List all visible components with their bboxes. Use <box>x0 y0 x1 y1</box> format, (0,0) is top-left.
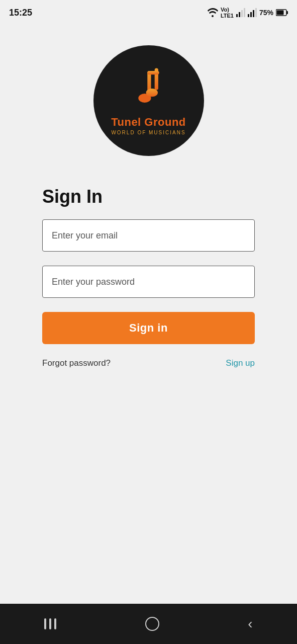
bottom-nav-bar: ‹ <box>0 604 297 644</box>
menu-line-1 <box>44 618 46 629</box>
form-container: Sign In Sign in Forgot password? Sign up <box>0 186 297 368</box>
svg-rect-10 <box>277 11 284 15</box>
status-icons: Vo)LTE1 75% <box>207 7 288 19</box>
status-time: 15:25 <box>9 8 32 18</box>
signal-icon <box>248 8 257 17</box>
svg-rect-13 <box>147 71 159 74</box>
menu-nav-icon[interactable] <box>44 618 56 629</box>
menu-line-3 <box>54 618 56 629</box>
svg-rect-7 <box>255 8 257 17</box>
lte-label: Vo)LTE1 <box>221 7 234 19</box>
svg-rect-6 <box>253 10 254 17</box>
svg-rect-3 <box>244 8 245 17</box>
wifi-icon <box>207 8 218 17</box>
home-nav-icon[interactable] <box>145 617 159 631</box>
main-content: Tunel Ground WORLD OF MUSICIANS Sign In … <box>0 25 297 604</box>
logo-title: Tunel Ground <box>111 116 186 129</box>
password-input[interactable] <box>42 266 255 298</box>
logo-container: Tunel Ground WORLD OF MUSICIANS <box>93 45 204 156</box>
menu-line-2 <box>49 618 51 629</box>
forgot-password-link[interactable]: Forgot password? <box>42 358 111 368</box>
battery-level: 75% <box>259 9 273 17</box>
back-nav-icon[interactable]: ‹ <box>248 617 252 631</box>
svg-rect-0 <box>236 14 238 17</box>
signal-r-icon <box>236 8 245 17</box>
svg-rect-4 <box>248 14 249 17</box>
sign-in-title: Sign In <box>42 186 255 207</box>
status-bar: 15:25 Vo)LTE1 75% <box>0 0 297 25</box>
links-row: Forgot password? Sign up <box>42 358 255 368</box>
music-note-logo <box>126 66 171 112</box>
svg-rect-5 <box>250 12 252 17</box>
sign-up-link[interactable]: Sign up <box>226 358 255 368</box>
svg-rect-9 <box>286 11 288 14</box>
battery-icon <box>276 9 288 16</box>
svg-point-15 <box>146 89 157 97</box>
sign-in-button[interactable]: Sign in <box>42 312 255 344</box>
email-input[interactable] <box>42 219 255 252</box>
svg-rect-2 <box>241 10 243 17</box>
logo-subtitle: WORLD OF MUSICIANS <box>111 130 185 135</box>
svg-rect-1 <box>239 12 240 17</box>
